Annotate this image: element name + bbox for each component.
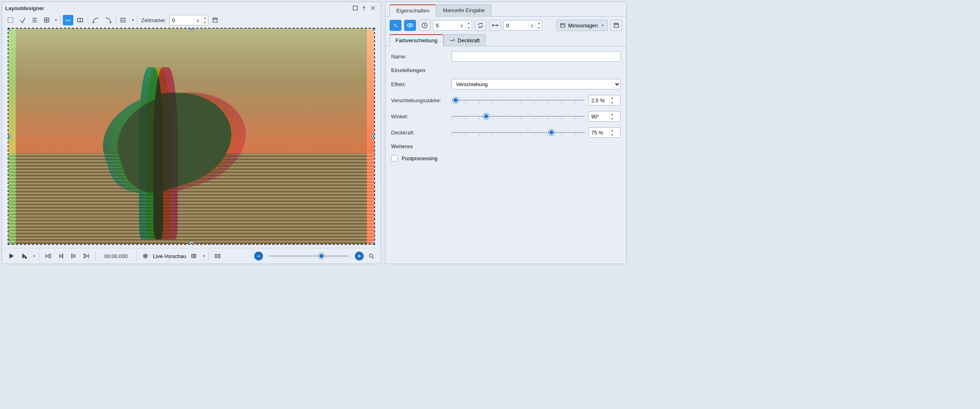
live-preview-label: Live-Vorschau [153, 253, 186, 259]
winkel-slider[interactable] [452, 112, 584, 120]
compare-button[interactable] [212, 251, 223, 261]
play-from-button[interactable] [19, 251, 29, 261]
grid-tool[interactable] [41, 15, 52, 25]
deckkraft-label: Deckkraft: [391, 130, 448, 136]
svg-point-7 [121, 22, 122, 23]
minivorlagen-button[interactable]: Minivorlagen ▼ [556, 20, 608, 31]
zoom-in-button[interactable]: + [355, 252, 364, 260]
sync-icon[interactable] [474, 20, 487, 31]
maximize-button[interactable] [351, 4, 360, 12]
layout-designer-panel: Layoutdesigner ▼ ▼ Zeitmarke: s ▲▼ [2, 2, 381, 264]
visibility-toggle[interactable] [404, 20, 416, 31]
frame-tool[interactable] [75, 15, 85, 25]
crop-tool[interactable] [17, 15, 28, 25]
preview-dropdown[interactable]: ▼ [202, 254, 205, 258]
prev-frame-button[interactable] [56, 251, 66, 261]
tab-eigenschaften[interactable]: Eigenschaften [390, 4, 436, 16]
effekt-label: Effekt: [391, 81, 448, 87]
timemark-down[interactable]: ▼ [202, 20, 208, 25]
timemark-input[interactable]: s ▲▼ [169, 15, 208, 25]
grid-dropdown[interactable]: ▼ [54, 19, 58, 22]
section-einstellungen: Einstellungen [391, 67, 621, 73]
subtab-farbverschiebung[interactable]: Farbverschiebung [390, 34, 443, 46]
path-tool[interactable] [63, 15, 73, 25]
properties-toolbar: s ▲▼ s ▲▼ Minivorlagen ▼ [385, 17, 626, 34]
winkel-label: Winkel: [391, 114, 448, 120]
window-header: Layoutdesigner [2, 2, 381, 14]
zoom-out-button[interactable]: − [254, 252, 263, 260]
timemark-field[interactable] [170, 17, 194, 23]
skip-end-button[interactable] [81, 251, 92, 261]
section-weiteres: Weiteres [391, 143, 621, 149]
subtab-deckkraft[interactable]: Deckkraft [443, 34, 486, 46]
curve-in-tool[interactable] [91, 15, 101, 25]
name-input[interactable] [452, 51, 621, 62]
clock-icon[interactable] [419, 20, 431, 31]
curve-out-tool[interactable] [103, 15, 113, 25]
live-preview-icon [140, 251, 151, 261]
svg-point-4 [110, 22, 111, 23]
deckkraft-value[interactable]: ▲▼ [588, 127, 621, 138]
timemark-up[interactable]: ▲ [202, 15, 208, 20]
align-tool[interactable] [29, 15, 40, 25]
svg-point-5 [121, 18, 122, 19]
preview-mode-button[interactable] [189, 251, 199, 261]
deckkraft-thumb[interactable] [549, 130, 554, 135]
link-toggle[interactable] [390, 20, 402, 31]
winkel-value[interactable]: ▲▼ [588, 111, 621, 122]
skip-start-button[interactable] [43, 251, 53, 261]
svg-rect-19 [615, 23, 617, 25]
width-icon [489, 20, 501, 31]
svg-point-6 [121, 20, 122, 21]
svg-rect-8 [214, 18, 216, 20]
timemark-unit: s [194, 17, 202, 23]
svg-rect-1 [8, 18, 13, 23]
list-dropdown[interactable]: ▼ [131, 19, 135, 22]
duration-field[interactable] [433, 23, 458, 29]
playback-bar: ▼ 00:00.000 Live-Vorschau ▼ − + [2, 248, 381, 264]
top-tabs: Eigenschaften Manuelle Eingabe [385, 2, 626, 17]
canvas[interactable] [8, 28, 375, 245]
name-label: Name: [391, 54, 448, 60]
offset-field[interactable] [504, 23, 528, 29]
timemark-label: Zeitmarke: [140, 17, 168, 23]
main-toolbar: ▼ ▼ Zeitmarke: s ▲▼ [2, 14, 381, 28]
resize-handle-mr[interactable] [372, 134, 375, 139]
play-button[interactable] [6, 251, 17, 261]
svg-point-16 [409, 25, 411, 26]
minivorlagen-label: Minivorlagen [568, 23, 598, 29]
sub-tabs: Farbverschiebung Deckkraft [385, 34, 626, 46]
list-tool[interactable] [118, 15, 129, 25]
wave-icon [450, 37, 455, 43]
select-tool[interactable] [5, 15, 16, 25]
save-timemark-button[interactable] [210, 15, 220, 25]
tab-manuelle-eingabe[interactable]: Manuelle Eingabe [436, 4, 491, 16]
svg-rect-18 [561, 24, 565, 27]
properties-panel: Eigenschaften Manuelle Eingabe s ▲▼ s ▲▼… [385, 2, 627, 264]
zoom-thumb[interactable] [319, 253, 324, 259]
offset-unit: s [528, 23, 536, 29]
properties-body: Name: Einstellungen Effekt: Verschiebung… [385, 46, 626, 166]
zoom-fit-button[interactable] [366, 251, 377, 261]
svg-point-11 [145, 255, 146, 257]
duration-input[interactable]: s ▲▼ [433, 20, 472, 31]
zoom-slider[interactable] [269, 255, 349, 257]
close-button[interactable] [369, 4, 377, 12]
postprocessing-label: Postprocessing [402, 155, 437, 161]
verschiebung-value[interactable]: ▲▼ [588, 95, 621, 105]
next-frame-button[interactable] [68, 251, 79, 261]
time-display: 00:00.000 [99, 253, 133, 259]
svg-point-15 [369, 254, 373, 257]
pin-button[interactable] [360, 4, 369, 12]
resize-handle-bm[interactable] [189, 242, 194, 245]
postprocessing-checkbox[interactable] [391, 155, 398, 161]
verschiebung-label: Verschiebungsstärke: [391, 97, 448, 103]
duration-unit: s [458, 23, 466, 29]
play-dropdown[interactable]: ▼ [33, 254, 36, 258]
verschiebung-slider[interactable] [452, 96, 584, 104]
effekt-select[interactable]: Verschiebung [452, 79, 621, 89]
save-props-button[interactable] [610, 20, 622, 31]
resize-handle-br[interactable] [372, 242, 375, 245]
offset-input[interactable]: s ▲▼ [503, 20, 543, 31]
deckkraft-slider[interactable] [452, 128, 584, 136]
